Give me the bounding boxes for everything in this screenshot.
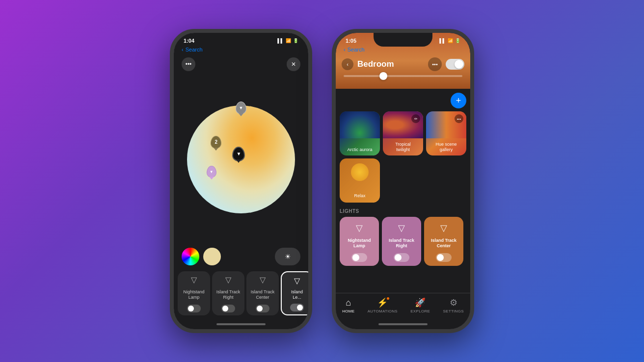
lamp-icon-track-center: ▽ — [260, 275, 266, 284]
scene-more-icon[interactable]: ••• — [455, 114, 463, 123]
hue-label: Hue scenegallery — [435, 142, 456, 153]
relax-circle-icon — [351, 163, 369, 181]
lamp-icon-left: ▼ — [210, 170, 214, 174]
scene-relax[interactable]: Relax — [340, 158, 380, 203]
room-toggle-knob-nightstand — [352, 254, 359, 261]
menu-dots-button[interactable]: ••• — [182, 57, 195, 71]
room-light-name-nightstand: NightstandLamp — [348, 238, 371, 249]
phone1-search-bar[interactable]: ‹ Search — [174, 46, 308, 55]
room-power-knob — [455, 60, 463, 69]
nav-explore-label: EXPLORE — [410, 309, 430, 313]
room-light-track-right[interactable]: ▽ Island TrackRight — [382, 217, 421, 266]
automations-dot — [387, 297, 389, 300]
battery-icon: 🔋 — [293, 38, 298, 43]
color-wheel-button[interactable] — [182, 248, 199, 265]
toggle-nightstand[interactable] — [187, 305, 201, 312]
header-menu-button[interactable]: ••• — [428, 57, 442, 71]
light-card-track-center[interactable]: ▽ Island TrackCenter — [246, 271, 279, 315]
scene-edit-icon[interactable]: ✏ — [411, 114, 420, 123]
toggle-knob-3 — [257, 306, 263, 311]
phone1-lights-list: ▽ NightstandLamp ▽ Island TrackRight ▽ I… — [174, 269, 308, 319]
room-light-nightstand[interactable]: ▽ NightstandLamp — [340, 217, 379, 266]
nav-settings[interactable]: ⚙ SETTINGS — [443, 297, 463, 313]
phone1-status-icons: ▌▌ 📶 🔋 — [277, 38, 298, 43]
scene-hue-gallery[interactable]: ••• Hue scenegallery — [426, 111, 466, 155]
back-icon: ‹ — [347, 61, 349, 67]
back-chevron-icon: ‹ — [182, 47, 184, 52]
phone1-notch — [212, 33, 270, 47]
toggle-knob-2 — [222, 306, 228, 311]
signal-icon: ▌▌ — [277, 38, 284, 43]
lights-section-label: LIGHTS — [340, 206, 466, 217]
phone1-time: 1:04 — [184, 38, 194, 44]
pin-lamp-left[interactable]: ▼ — [207, 166, 216, 178]
brightness-slider[interactable] — [336, 75, 470, 81]
light-name-island-le: IslandLe... — [291, 289, 303, 300]
nav-home-label: HOME — [342, 309, 354, 313]
white-temp-button[interactable] — [203, 248, 221, 265]
color-circle-container[interactable]: ▼ 2 ▼ — [179, 75, 303, 244]
toggle-track-right[interactable] — [221, 305, 235, 312]
toggle-track-center[interactable] — [256, 305, 269, 312]
wifi-icon: 📶 — [286, 38, 291, 43]
explore-icon: 🚀 — [415, 298, 426, 308]
light-card-track-right[interactable]: ▽ Island TrackRight — [212, 271, 244, 315]
lamp-icon-island-le: ▽ — [294, 276, 300, 285]
relax-label: Relax — [354, 193, 365, 199]
brightness-button[interactable]: ☀ — [275, 248, 300, 265]
phone2-home-indicator — [336, 319, 470, 329]
phone2-screen: 1:05 ▌▌ 📶 🔋 ‹ Search ‹ — [336, 33, 470, 329]
home-indicator — [174, 319, 308, 329]
light-card-nightstand[interactable]: ▽ NightstandLamp — [178, 271, 210, 315]
pin-lamp-center[interactable]: ▼ — [232, 147, 245, 161]
room-toggle-nightstand[interactable] — [351, 253, 367, 262]
p2-search-label: Search — [348, 47, 365, 52]
light-card-island-le[interactable]: ▽ IslandLe... — [281, 271, 308, 315]
room-lamp-icon-nightstand: ▽ — [356, 223, 363, 233]
phone2-search-bar[interactable]: ‹ Search — [336, 46, 470, 55]
toggle-knob — [188, 306, 194, 311]
nav-explore[interactable]: 🚀 EXPLORE — [410, 297, 430, 313]
scene-arctic-aurora[interactable]: Arctic aurora — [340, 111, 380, 155]
lamp-icon-center: ▼ — [236, 151, 241, 156]
pin-number-2[interactable]: 2 — [211, 136, 221, 149]
bottom-controls: ☀ — [174, 244, 308, 269]
phone-2: 1:05 ▌▌ 📶 🔋 ‹ Search ‹ — [332, 29, 474, 333]
room-toggle-track-center[interactable] — [436, 253, 452, 262]
brightness-icon: ☀ — [285, 253, 291, 260]
phone2-status-icons: ▌▌ 📶 🔋 — [439, 38, 460, 43]
nav-home[interactable]: ⌂ HOME — [342, 298, 354, 313]
nav-automations[interactable]: ⚡ AUTOMATIONS — [368, 297, 398, 313]
home-bar — [216, 323, 266, 325]
phone2-notch — [374, 33, 432, 47]
color-circle[interactable]: ▼ 2 ▼ — [187, 105, 295, 213]
room-toggle-track-right[interactable] — [394, 253, 409, 262]
nav-automations-label: AUTOMATIONS — [368, 309, 398, 313]
room-light-track-center[interactable]: ▽ Island TrackCenter — [424, 217, 463, 266]
toggle-island-le[interactable] — [290, 304, 304, 311]
scenes-section: + Arctic aurora ✏ Tropicaltwilight — [336, 89, 470, 293]
lamp-icon-top: ▼ — [239, 105, 243, 110]
light-name-track-center: Island TrackCenter — [251, 289, 275, 300]
pin-lamp-top[interactable]: ▼ — [236, 102, 246, 114]
light-name-track-right: Island TrackRight — [216, 289, 241, 300]
explore-icon-wrap: 🚀 — [415, 297, 426, 308]
add-scene-button[interactable]: + — [451, 93, 466, 108]
toggle-knob-4 — [297, 305, 303, 310]
header-dots-icon: ••• — [432, 61, 438, 67]
room-power-toggle[interactable] — [446, 59, 464, 70]
home-icon: ⌂ — [346, 298, 351, 308]
automations-icon-wrap: ⚡ — [377, 297, 388, 308]
phone2-lights-row: ▽ NightstandLamp ▽ Island TrackRight — [340, 217, 466, 266]
phone2-time: 1:05 — [346, 38, 356, 44]
phone1-screen: 1:04 ▌▌ 📶 🔋 ‹ Search ••• ✕ — [174, 33, 308, 329]
add-icon: + — [456, 96, 461, 106]
scene-tropical-twilight[interactable]: ✏ Tropicaltwilight — [383, 111, 423, 155]
room-light-name-track-right: Island TrackRight — [389, 238, 414, 249]
back-button[interactable]: ‹ — [342, 58, 353, 70]
p2-back-chevron-icon: ‹ — [344, 47, 346, 52]
bedroom-title: Bedroom — [357, 59, 424, 69]
aurora-thumbnail — [340, 111, 380, 138]
close-button[interactable]: ✕ — [287, 57, 300, 71]
slider-thumb[interactable] — [379, 72, 387, 80]
